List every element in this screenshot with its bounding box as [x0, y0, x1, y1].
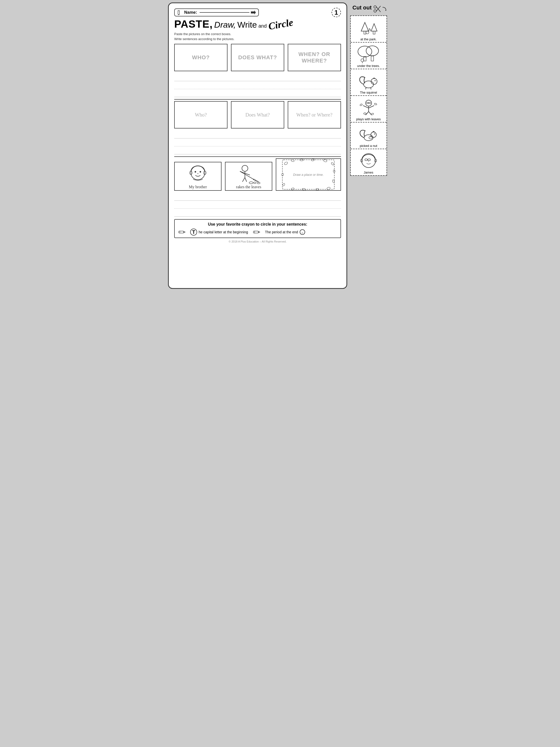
svg-point-6: [199, 171, 201, 173]
cutout-item-2-label: under the trees.: [357, 64, 380, 68]
svg-point-9: [242, 165, 248, 171]
svg-point-20: [249, 182, 253, 184]
draw-box: Draw a place or time.: [276, 158, 341, 191]
dashed-border-area: at the park.: [350, 16, 387, 176]
trees-svg: [356, 45, 381, 63]
page-wrapper: Name: 1 PASTE, Draw, Write and Circle Pa…: [168, 2, 392, 289]
title-draw: Draw,: [214, 20, 236, 30]
cutout-title: Cut out: [352, 4, 372, 11]
svg-point-35: [291, 187, 294, 190]
paste-card-2: rakes the leaves: [225, 162, 272, 191]
svg-point-80: [374, 133, 375, 134]
crayon-icon-right: [253, 230, 260, 234]
writing-line: [174, 147, 341, 154]
arrow-right-icon: [251, 10, 256, 15]
squirrel-svg: [356, 72, 381, 89]
bottom-item-2: The period at the end .: [265, 229, 305, 235]
writing-lines-1: [174, 73, 341, 97]
nut-img: [356, 125, 381, 143]
svg-line-16: [253, 179, 259, 182]
section1-who-box: WHO?: [174, 44, 228, 71]
section-divider-2: [174, 156, 341, 157]
writing-lines-3: [174, 193, 341, 216]
period: .: [302, 230, 303, 234]
title-row: PASTE, Draw, Write and Circle: [174, 18, 341, 30]
svg-point-62: [375, 80, 376, 81]
instructions: Paste the pictures on the correct boxes.…: [174, 32, 341, 41]
capital-T-circle: T: [190, 229, 197, 236]
title-and: and: [258, 23, 267, 29]
svg-marker-3: [251, 10, 256, 15]
svg-point-4: [191, 166, 205, 180]
bottom-item-2-text: The period at the end: [265, 230, 298, 234]
cutout-item-3-label: The squirrel: [360, 91, 377, 94]
svg-point-60: [364, 81, 374, 88]
cutout-item-2: under the trees.: [351, 43, 386, 69]
instruction-line1: Paste the pictures on the correct boxes.: [174, 32, 341, 36]
svg-marker-39: [184, 231, 185, 233]
section1-when-where-label: WHEN? OR WHERE?: [290, 51, 339, 64]
section2-who-box: Who?: [174, 101, 228, 128]
crayon-icon-left: [178, 230, 185, 234]
section1-when-where-box: WHEN? OR WHERE?: [288, 44, 341, 71]
svg-line-63: [366, 87, 366, 89]
svg-line-46: [376, 6, 380, 12]
park-img: [356, 18, 381, 36]
svg-rect-84: [365, 159, 367, 161]
header-row: Name: 1: [174, 8, 341, 17]
writing-line: [174, 73, 341, 81]
svg-marker-48: [385, 10, 386, 11]
svg-point-21: [257, 182, 260, 184]
main-sheet: Name: 1 PASTE, Draw, Write and Circle Pa…: [168, 2, 347, 289]
writing-line: [174, 193, 341, 201]
section2-does-what-label: Does What?: [245, 112, 270, 118]
section-divider-1: [174, 99, 341, 100]
writing-lines-2: [174, 130, 341, 154]
svg-point-28: [323, 159, 327, 162]
nut-svg: [356, 125, 381, 143]
section2-when-where-box: When? or Where?: [288, 101, 341, 128]
svg-marker-49: [361, 22, 369, 31]
svg-point-44: [374, 6, 376, 8]
writing-line-dashed: [174, 201, 341, 209]
cutout-item-4-label: plays with leaves: [356, 117, 380, 121]
cutout-item-3: The squirrel: [351, 69, 386, 96]
title-circle: Circle: [267, 17, 294, 32]
draw-box-label: Draw a place or time.: [293, 173, 324, 177]
name-underline: [199, 12, 249, 13]
svg-marker-1: [178, 15, 180, 15]
svg-point-61: [371, 78, 377, 84]
cutout-item-4: plays with leaves: [351, 96, 386, 123]
trees-img: [356, 45, 381, 63]
scissors-icon: [373, 4, 381, 14]
pencil-icon: [177, 10, 183, 15]
svg-rect-52: [373, 31, 375, 34]
cutout-item-5-label: picked a nut: [359, 144, 377, 148]
cutout-item-5: picked a nut: [351, 123, 386, 149]
bottom-box: Use your favorite crayon to circle in yo…: [174, 219, 341, 238]
svg-rect-43: [254, 231, 255, 233]
svg-point-22: [254, 182, 256, 183]
plays-svg: [356, 99, 381, 116]
svg-rect-2: [178, 10, 179, 11]
svg-line-14: [245, 178, 247, 182]
bottom-title: Use your favorite crayon to circle in yo…: [178, 222, 337, 227]
period-circle: .: [300, 229, 305, 235]
writing-line: [174, 209, 341, 216]
svg-rect-50: [364, 31, 366, 34]
name-label: Name:: [184, 10, 197, 15]
paste-row: My brother: [174, 158, 341, 191]
capital-letter: T: [192, 229, 195, 235]
svg-point-32: [326, 187, 331, 190]
svg-line-47: [376, 6, 380, 11]
svg-rect-57: [371, 56, 374, 61]
cutout-header: Cut out: [350, 4, 387, 14]
svg-point-74: [359, 103, 363, 106]
raking-svg: [231, 164, 266, 184]
svg-rect-40: [179, 231, 180, 233]
svg-marker-42: [258, 231, 260, 233]
squirrel-img: [356, 71, 381, 90]
brother-img: [181, 164, 215, 184]
svg-rect-66: [367, 102, 368, 104]
svg-point-29: [331, 162, 334, 165]
